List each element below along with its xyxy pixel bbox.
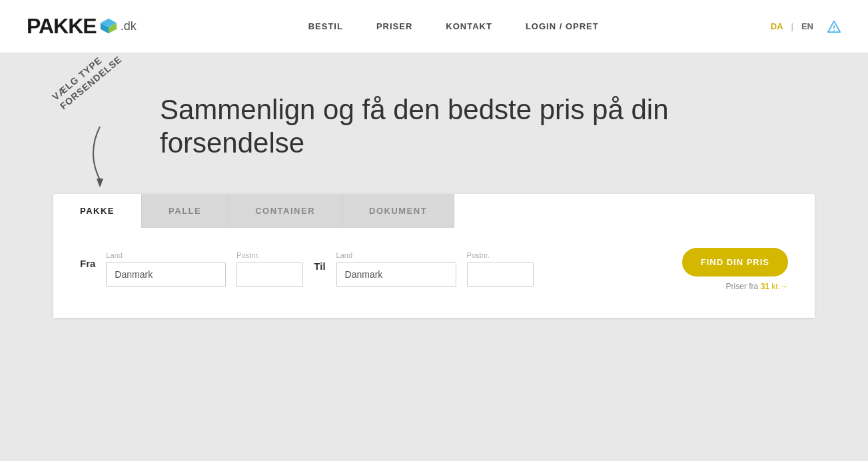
- tab-pakke[interactable]: PAKKE: [53, 194, 142, 228]
- price-hint: Priser fra 31 kr.→: [726, 282, 788, 291]
- nav-login[interactable]: LOGIN / OPRET: [526, 21, 599, 31]
- price-hint-value: 31: [761, 282, 769, 291]
- tabs-container: PAKKE PALLE CONTAINER DOKUMENT: [53, 194, 815, 228]
- nav-priser[interactable]: PRISER: [376, 21, 412, 31]
- svg-point-5: [833, 29, 835, 31]
- tab-container[interactable]: CONTAINER: [228, 194, 342, 228]
- main-nav: BESTIL PRISER KONTAKT LOGIN / OPRET: [308, 21, 599, 31]
- to-country-group: Land: [336, 251, 456, 287]
- form-row: Fra Land Postnr. Til Land Postnr.: [80, 248, 788, 291]
- logo-icon: [99, 17, 118, 36]
- price-hint-prefix: Priser fra: [726, 282, 759, 291]
- from-country-label: Land: [106, 251, 226, 259]
- annotation-arrow: [80, 127, 133, 187]
- language-selector: DA | EN: [771, 19, 841, 34]
- annotation-text: VÆLG TYPE FORSENDELSE: [50, 44, 125, 112]
- header: PAKKE .dk BESTIL PRISER KONTAKT LOGIN / …: [0, 0, 868, 53]
- to-postal-group: Postnr.: [467, 251, 534, 287]
- lang-da-button[interactable]: DA: [771, 21, 783, 31]
- from-postal-label: Postnr.: [236, 251, 303, 259]
- from-country-group: Land: [106, 251, 226, 287]
- from-country-input[interactable]: [106, 262, 226, 287]
- logo-suffix: .dk: [121, 19, 137, 33]
- nav-bestil[interactable]: BESTIL: [308, 21, 343, 31]
- tab-panel: PAKKE PALLE CONTAINER DOKUMENT Fra Land …: [53, 194, 815, 318]
- nav-kontakt[interactable]: KONTAKT: [446, 21, 492, 31]
- form-area: Fra Land Postnr. Til Land Postnr.: [53, 228, 815, 318]
- lang-en-button[interactable]: EN: [801, 21, 813, 31]
- find-price-group: FIND DIN PRIS Priser fra 31 kr.→: [682, 248, 788, 291]
- lang-separator: |: [791, 21, 793, 31]
- annotation: VÆLG TYPE FORSENDELSE: [40, 80, 153, 187]
- to-label: Til: [314, 260, 325, 278]
- to-postal-label: Postnr.: [467, 251, 534, 259]
- find-price-button[interactable]: FIND DIN PRIS: [682, 248, 788, 276]
- svg-marker-6: [97, 179, 103, 187]
- to-postal-input[interactable]: [467, 262, 534, 287]
- tab-dokument[interactable]: DOKUMENT: [342, 194, 454, 228]
- to-country-input[interactable]: [336, 262, 456, 287]
- from-postal-group: Postnr.: [236, 251, 303, 287]
- logo[interactable]: PAKKE .dk: [27, 14, 137, 39]
- price-hint-suffix: kr.→: [771, 282, 788, 291]
- logo-text: PAKKE: [27, 14, 97, 39]
- tab-palle[interactable]: PALLE: [142, 194, 228, 228]
- hero-title: Sammenlign og få den bedste pris på din …: [160, 93, 815, 161]
- main-content: VÆLG TYPE FORSENDELSE Sammenlign og få d…: [0, 53, 868, 461]
- to-country-label: Land: [336, 251, 456, 259]
- alert-icon[interactable]: [827, 19, 841, 34]
- from-postal-input[interactable]: [236, 262, 303, 287]
- from-label: Fra: [80, 258, 95, 276]
